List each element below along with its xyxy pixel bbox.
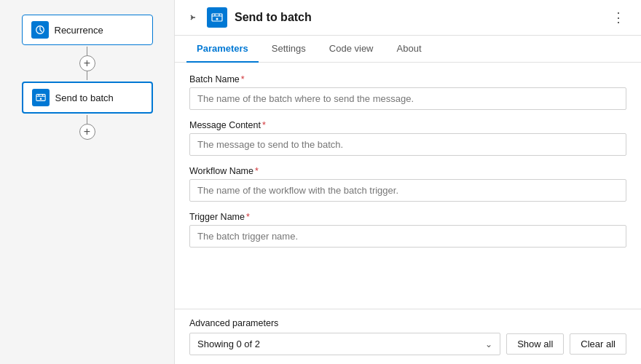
workflow-name-label: Workflow Name* [189,166,626,176]
connector-line-3 [87,115,87,124]
chevron-down-icon: ⌄ [485,339,492,349]
batch-name-group: Batch Name* [189,74,626,110]
add-step-button-1[interactable]: + [79,55,95,71]
right-panel: Send to batch ⋮ Parameters Settings Code… [175,0,641,364]
recurrence-label: Recurrence [55,25,103,36]
message-content-required: * [262,120,266,130]
svg-point-4 [216,18,219,20]
trigger-name-group: Trigger Name* [189,212,626,248]
trigger-name-required: * [246,212,250,222]
connector-line-2 [87,71,87,80]
tab-about[interactable]: About [387,36,432,63]
panel-footer: Advanced parameters Showing 0 of 2 ⌄ Sho… [175,309,641,364]
tabs-container: Parameters Settings Code view About [175,36,641,63]
recurrence-icon [31,21,49,39]
tab-parameters[interactable]: Parameters [186,36,259,63]
add-step-button-2[interactable]: + [79,124,95,140]
connector-1: + [79,47,95,80]
panel-title: Send to batch [235,11,600,24]
svg-point-2 [39,98,42,100]
showing-text: Showing 0 of 2 [197,339,260,349]
left-panel: Recurrence + Send to batch + [0,0,175,364]
batch-name-required: * [241,74,245,84]
advanced-row: Showing 0 of 2 ⌄ Show all Clear all [189,333,626,355]
connector-line-1 [87,47,87,55]
batch-name-label: Batch Name* [189,74,626,84]
recurrence-node[interactable]: Recurrence [22,15,153,45]
more-options-button[interactable]: ⋮ [607,8,629,27]
collapse-button[interactable] [186,11,200,24]
panel-header: Send to batch ⋮ [175,0,641,36]
advanced-parameters-label: Advanced parameters [189,318,626,328]
trigger-name-label: Trigger Name* [189,212,626,222]
trigger-name-input[interactable] [189,225,626,248]
workflow-name-group: Workflow Name* [189,166,626,202]
showing-select[interactable]: Showing 0 of 2 ⌄ [189,333,500,355]
message-content-group: Message Content* [189,120,626,156]
connector-2: + [79,115,95,140]
form-content: Batch Name* Message Content* Workflow Na… [175,63,641,309]
send-to-batch-icon [32,89,50,106]
send-to-batch-label: Send to batch [55,92,114,103]
send-to-batch-node[interactable]: Send to batch [22,82,153,114]
workflow-name-input[interactable] [189,179,626,202]
tab-settings[interactable]: Settings [261,36,316,63]
workflow-name-required: * [255,166,259,176]
panel-header-icon [207,7,227,28]
message-content-label: Message Content* [189,120,626,130]
message-content-input[interactable] [189,133,626,156]
show-all-button[interactable]: Show all [506,333,564,355]
clear-all-button[interactable]: Clear all [570,333,626,355]
tab-code-view[interactable]: Code view [319,36,384,63]
batch-name-input[interactable] [189,87,626,110]
